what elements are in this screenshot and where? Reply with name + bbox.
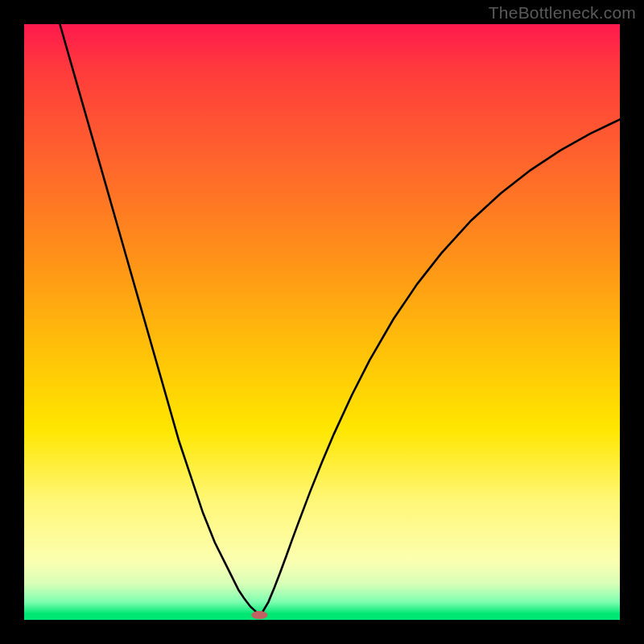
bottleneck-curve <box>60 24 620 615</box>
plot-area <box>24 24 620 620</box>
curve-minimum-marker <box>251 611 267 619</box>
watermark-text: TheBottleneck.com <box>489 3 636 23</box>
curve-layer <box>24 24 620 620</box>
chart-frame: TheBottleneck.com <box>0 0 644 644</box>
